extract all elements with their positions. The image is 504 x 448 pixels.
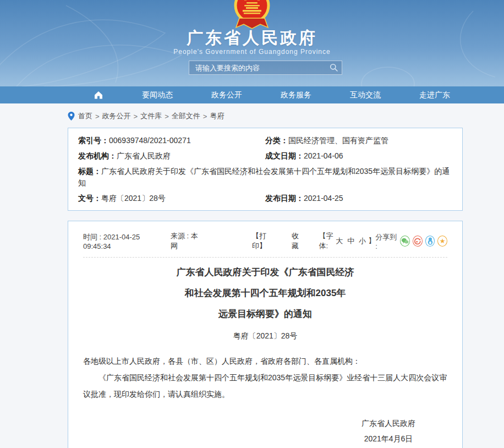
meta-label: 分类： bbox=[265, 136, 288, 145]
search-bar bbox=[189, 61, 342, 75]
signature-block: 广东省人民政府 2021年4月6日 bbox=[361, 416, 415, 446]
sign-date: 2021年4月6日 bbox=[361, 431, 415, 446]
document-title-line: 和社会发展第十四个五年规划和2035年 bbox=[83, 283, 447, 304]
article-toolbar: 时间 : 2021-04-25 09:45:34 来源 : 本网 【打印】 收藏… bbox=[83, 221, 447, 258]
nav-item-interaction[interactable]: 互动交流 bbox=[350, 86, 381, 103]
location-pin-icon bbox=[68, 112, 75, 121]
meta-category: 分类：国民经济管理、国有资产监管 bbox=[265, 133, 452, 148]
meta-value: 广东省人民政府关于印发《广东省国民经济和社会发展第十四个五年规划和2035年远景… bbox=[78, 167, 450, 187]
crumb-separator: > bbox=[95, 112, 100, 121]
weibo-share-icon[interactable] bbox=[413, 236, 423, 247]
crumb-file-library[interactable]: 文件库 bbox=[140, 111, 162, 121]
article-time: 时间 : 2021-04-25 09:45:34 bbox=[83, 232, 161, 250]
meta-value: 国民经济管理、国有资产监管 bbox=[288, 136, 388, 145]
meta-value: 2021-04-06 bbox=[304, 151, 343, 160]
meta-label: 成文日期： bbox=[265, 151, 304, 160]
body-paragraph: 《广东省国民经济和社会发展第十四个五年规划和2035年远景目标纲要》业经省十三届… bbox=[83, 369, 447, 402]
font-size-prefix: 【字体: bbox=[319, 231, 334, 251]
crumb-gov-affairs[interactable]: 政务公开 bbox=[102, 111, 131, 121]
document-body: 各地级以上市人民政府，各县（市、区）人民政府，省政府各部门、各直属机构： 《广东… bbox=[83, 353, 447, 402]
breadcrumb: 首页 > 政务公开 > 文件库 > 全部文件 > 粤府 bbox=[0, 103, 504, 128]
crumb-separator: > bbox=[134, 112, 138, 121]
document-number: 粤府〔2021〕28号 bbox=[83, 328, 447, 343]
favorite-button[interactable]: 收藏 bbox=[292, 231, 304, 251]
font-size-suffix: 】 bbox=[368, 236, 375, 246]
crumb-separator: > bbox=[203, 112, 207, 121]
signer: 广东省人民政府 bbox=[361, 416, 415, 431]
article-source: 来源 : 本网 bbox=[171, 231, 201, 251]
main-navbar: 要闻动态 政务公开 政务服务 互动交流 走进广东 bbox=[0, 86, 504, 103]
site-title: 广东省人民政府 bbox=[0, 27, 504, 50]
crumb-home[interactable]: 首页 bbox=[78, 111, 92, 121]
qq-share-icon[interactable] bbox=[425, 236, 435, 247]
nav-item-about-guangdong[interactable]: 走进广东 bbox=[419, 86, 450, 103]
font-size-large[interactable]: 大 bbox=[336, 236, 343, 246]
crumb-separator: > bbox=[165, 112, 169, 121]
meta-label: 文号： bbox=[78, 194, 101, 203]
share-label: 分享到 : bbox=[375, 232, 397, 250]
meta-index-number: 索引号：006939748/2021-00271 bbox=[78, 133, 265, 148]
font-size-small[interactable]: 小 bbox=[359, 236, 366, 246]
document-title-line: 远景目标纲要》的通知 bbox=[83, 304, 447, 325]
crumb-yuefu: 粤府 bbox=[210, 111, 224, 121]
wechat-share-icon[interactable] bbox=[400, 236, 410, 247]
meta-date-written: 成文日期：2021-04-06 bbox=[265, 148, 452, 163]
crumb-all-files[interactable]: 全部文件 bbox=[172, 111, 200, 121]
qzone-share-icon[interactable]: ★ bbox=[437, 236, 447, 247]
nav-item-gov-services[interactable]: 政务服务 bbox=[281, 86, 311, 103]
meta-title: 标题：广东省人民政府关于印发《广东省国民经济和社会发展第十四个五年规划和2035… bbox=[78, 163, 452, 190]
document-meta-box: 索引号：006939748/2021-00271 分类：国民经济管理、国有资产监… bbox=[68, 128, 463, 211]
search-input[interactable] bbox=[194, 63, 330, 73]
document-title-line: 广东省人民政府关于印发《广东省国民经济 bbox=[83, 262, 447, 283]
document-content-box: 时间 : 2021-04-25 09:45:34 来源 : 本网 【打印】 收藏… bbox=[68, 221, 463, 448]
font-size-control: 【字体: 大 中 小 】 bbox=[319, 231, 376, 251]
meta-issuing-agency: 发布机构：广东省人民政府 bbox=[78, 148, 265, 163]
meta-label: 发布机构： bbox=[78, 151, 117, 160]
nav-item-news[interactable]: 要闻动态 bbox=[142, 86, 173, 103]
home-icon bbox=[94, 90, 103, 100]
meta-value: 006939748/2021-00271 bbox=[109, 136, 191, 145]
meta-label: 发布日期： bbox=[265, 194, 304, 203]
meta-value: 广东省人民政府 bbox=[117, 151, 171, 160]
search-icon[interactable] bbox=[330, 63, 338, 72]
site-header: 广东省人民政府 People's Government of Guangdong… bbox=[0, 0, 504, 86]
meta-doc-number: 文号：粤府〔2021〕28号 bbox=[78, 190, 265, 206]
nav-home-button[interactable] bbox=[94, 90, 103, 100]
font-size-medium[interactable]: 中 bbox=[347, 236, 354, 246]
salutation-paragraph: 各地级以上市人民政府，各县（市、区）人民政府，省政府各部门、各直属机构： bbox=[83, 353, 447, 369]
print-button[interactable]: 【打印】 bbox=[252, 231, 277, 251]
meta-value: 粤府〔2021〕28号 bbox=[101, 194, 166, 203]
meta-publish-date: 发布日期：2021-04-25 bbox=[265, 190, 452, 206]
site-subtitle: People's Government of Guangdong Provinc… bbox=[0, 48, 504, 56]
meta-label: 索引号： bbox=[78, 136, 109, 145]
meta-value: 2021-04-25 bbox=[304, 194, 343, 203]
meta-label: 标题： bbox=[78, 167, 101, 176]
nav-item-gov-affairs[interactable]: 政务公开 bbox=[211, 86, 242, 103]
document-title: 广东省人民政府关于印发《广东省国民经济 和社会发展第十四个五年规划和2035年 … bbox=[83, 262, 447, 325]
